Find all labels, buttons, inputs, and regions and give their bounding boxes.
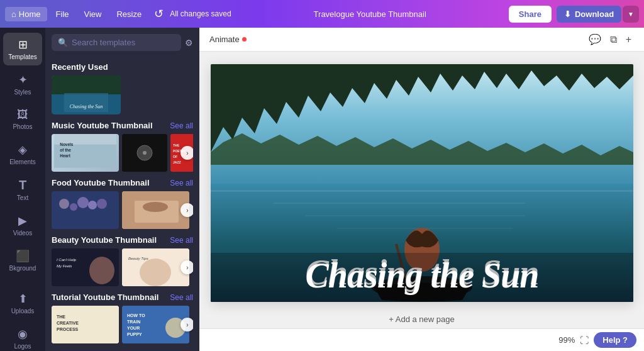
home-icon: ⌂ <box>11 9 16 19</box>
home-label: Home <box>19 9 41 19</box>
uploads-label: Uploads <box>11 308 35 315</box>
sidebar-item-text[interactable]: T Text <box>3 173 42 206</box>
music-row-next-button[interactable]: › <box>180 146 193 160</box>
elements-label: Elements <box>9 159 36 165</box>
canvas-toolbar: Animate 💬 ⧉ + <box>199 28 644 52</box>
videos-icon: ▶ <box>18 214 27 228</box>
svg-rect-53 <box>274 203 525 204</box>
file-label: File <box>56 9 69 19</box>
food-section-title: Food Youtube Thumbnail <box>52 178 150 187</box>
add-page-bar: + Add a new page <box>376 309 467 328</box>
tutorial-thumb-1[interactable]: THE CREATIVE PROCESS <box>52 306 119 343</box>
music-thumb-2[interactable] <box>122 134 167 172</box>
bkground-icon: ⬛ <box>16 249 30 263</box>
sidebar-item-styles[interactable]: ✦ Styles <box>3 68 42 101</box>
resize-button[interactable]: Resize <box>110 7 148 21</box>
beauty-thumb-2[interactable]: Beauty Tips <box>122 248 189 286</box>
sidebar-item-elements[interactable]: ◈ Elements <box>3 138 42 170</box>
recently-used-thumb[interactable]: Chasing the Sun <box>52 75 121 114</box>
fullscreen-button[interactable]: ⛶ <box>580 335 589 345</box>
music-thumb-2-image <box>122 134 167 172</box>
tutorial-thumb-2-image: HOW TO TRAIN YOUR PUPPY <box>122 306 189 343</box>
videos-label: Videos <box>13 230 32 237</box>
canvas-scene-svg: Chasing the Sun Chasing the Sun <box>211 64 633 302</box>
food-thumb-1[interactable] <box>52 191 119 229</box>
share-button[interactable]: Share <box>509 6 552 23</box>
beauty-see-all-button[interactable]: See all <box>170 236 193 245</box>
download-group: ⬇ Download ▼ <box>557 6 639 23</box>
sidebar-item-templates[interactable]: ⊞ Templates <box>3 33 42 65</box>
canvas-frame: Chasing the Sun Chasing the Sun <box>211 64 633 302</box>
food-see-all-button[interactable]: See all <box>170 179 193 187</box>
download-button[interactable]: ⬇ Download <box>557 6 621 23</box>
search-icon: 🔍 <box>58 38 68 47</box>
help-button[interactable]: Help ? <box>594 332 636 348</box>
add-page-button[interactable]: + Add a new page <box>376 309 467 328</box>
templates-label: Templates <box>8 53 37 60</box>
food-section-header: Food Youtube Thumbnail See all <box>52 178 193 187</box>
svg-text:THE: THE <box>57 315 65 319</box>
animate-button[interactable]: Animate <box>209 35 247 44</box>
beauty-thumb-1[interactable]: I Can't Help My Feels <box>52 248 119 286</box>
svg-text:JAZZ: JAZZ <box>173 160 181 164</box>
sidebar-item-logos[interactable]: ◉ Logos <box>3 322 42 351</box>
beauty-row-next-button[interactable]: › <box>180 260 193 274</box>
main-layout: ⊞ Templates ✦ Styles 🖼 Photos ◈ Elements… <box>0 28 644 351</box>
panel-scroll: Recently Used Chasing the Sun Music Yout… <box>45 56 199 351</box>
undo-button[interactable]: ↺ <box>150 6 167 22</box>
svg-point-21 <box>88 201 97 209</box>
search-input[interactable] <box>72 38 175 47</box>
music-thumb-1[interactable]: Novels of the Heart <box>52 134 119 172</box>
tutorial-thumb-2[interactable]: HOW TO TRAIN YOUR PUPPY <box>122 306 189 343</box>
bkground-label: Bkground <box>9 265 36 272</box>
filter-button[interactable]: ⚙ <box>185 38 193 48</box>
svg-text:I Can't Help: I Can't Help <box>57 258 77 262</box>
home-button[interactable]: ⌂ Home <box>5 7 47 21</box>
svg-point-20 <box>77 197 89 208</box>
tutorial-section-header: Tutorial Youtube Thumbnail See all <box>52 292 193 302</box>
view-button[interactable]: View <box>78 7 108 21</box>
styles-icon: ✦ <box>18 73 28 87</box>
duplicate-button[interactable]: ⧉ <box>608 31 619 48</box>
icon-sidebar: ⊞ Templates ✦ Styles 🖼 Photos ◈ Elements… <box>0 28 45 351</box>
music-see-all-button[interactable]: See all <box>170 121 193 130</box>
svg-text:Chasing the Sun: Chasing the Sun <box>70 104 103 109</box>
svg-point-25 <box>143 202 168 212</box>
svg-rect-17 <box>52 191 119 229</box>
recently-thumb-image: Chasing the Sun <box>52 75 121 114</box>
zoom-level: 99% <box>558 335 575 345</box>
svg-text:PROCESS: PROCESS <box>57 327 79 332</box>
sidebar-item-videos[interactable]: ▶ Videos <box>3 209 42 242</box>
tutorial-see-all-button[interactable]: See all <box>170 293 193 302</box>
food-row-next-button[interactable]: › <box>180 203 193 217</box>
add-button[interactable]: + <box>623 31 634 48</box>
recently-used-row: Chasing the Sun <box>52 75 193 114</box>
sidebar-item-uploads[interactable]: ⬆ Uploads <box>3 287 42 320</box>
svg-text:HOW TO: HOW TO <box>127 313 145 318</box>
comment-button[interactable]: 💬 <box>586 31 604 48</box>
elements-icon: ◈ <box>18 143 27 157</box>
svg-text:Novels: Novels <box>60 142 74 147</box>
svg-text:of the: of the <box>60 148 71 152</box>
logos-icon: ◉ <box>18 327 28 341</box>
svg-point-19 <box>70 203 77 211</box>
svg-text:TRAIN: TRAIN <box>127 320 140 324</box>
animate-dot <box>242 37 247 42</box>
file-button[interactable]: File <box>50 7 75 21</box>
beauty-section-header: Beauty Youtube Thumbnail See all <box>52 235 193 245</box>
tutorial-row-next-button[interactable]: › <box>180 318 193 332</box>
photos-label: Photos <box>13 123 32 130</box>
canvas-toolbar-right: 💬 ⧉ + <box>586 31 634 48</box>
food-thumb-2[interactable] <box>122 191 189 229</box>
recently-used-title: Recently Used <box>52 62 108 72</box>
svg-text:My Feels: My Feels <box>57 264 72 268</box>
food-thumb-row: › <box>52 191 193 229</box>
photos-icon: 🖼 <box>17 108 28 121</box>
download-dropdown-button[interactable]: ▼ <box>623 6 639 23</box>
canvas-scroll[interactable]: Chasing the Sun Chasing the Sun + Add a … <box>199 52 644 328</box>
sidebar-item-photos[interactable]: 🖼 Photos <box>3 103 42 135</box>
music-section-title: Music Youtube Thumbnail <box>52 121 153 130</box>
template-panel: 🔍 ⚙ Recently Used Chasing the Sun <box>45 28 199 351</box>
sidebar-item-bkground[interactable]: ⬛ Bkground <box>3 244 42 277</box>
music-section-header: Music Youtube Thumbnail See all <box>52 121 193 130</box>
